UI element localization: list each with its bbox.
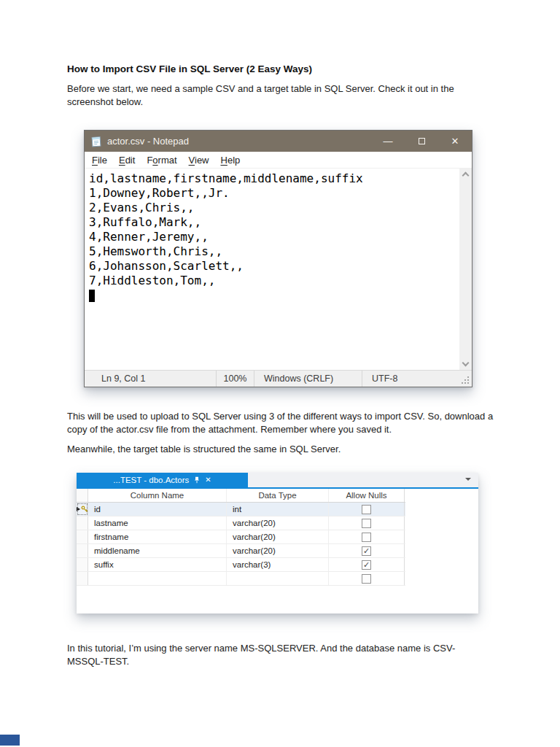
column-name-cell[interactable]: id bbox=[88, 503, 227, 516]
table-column-row: suffixvarchar(3)✓ bbox=[77, 558, 405, 572]
maximize-button[interactable] bbox=[405, 131, 438, 152]
scroll-down-icon[interactable] bbox=[462, 360, 470, 367]
csv-line: 7,Hiddleston,Tom,, bbox=[89, 274, 459, 288]
designer-header-row: Column NameData TypeAllow Nulls bbox=[77, 489, 405, 503]
csv-line: 3,Ruffalo,Mark,, bbox=[89, 215, 459, 230]
notepad-statusbar: Ln 9, Col 1 100% Windows (CRLF) UTF-8 bbox=[85, 370, 472, 387]
data-type-cell[interactable]: int bbox=[227, 503, 329, 516]
page-corner-marker bbox=[0, 735, 20, 746]
menu-item-edit[interactable]: Edit bbox=[113, 152, 141, 169]
notepad-menubar: FileEditFormatViewHelp bbox=[85, 152, 472, 169]
column-name-cell[interactable]: firstname bbox=[88, 530, 227, 543]
allow-nulls-cell: ✓ bbox=[329, 544, 405, 557]
row-header-cell[interactable] bbox=[77, 572, 88, 585]
paragraph-intro: Before we start, we need a sample CSV an… bbox=[67, 82, 480, 108]
column-header: Data Type bbox=[227, 489, 329, 502]
paragraph-upload: This will be used to upload to SQL Serve… bbox=[67, 410, 499, 436]
table-designer-window: ...TEST - dbo.Actors ✕ Column NameData T… bbox=[77, 473, 478, 614]
csv-line: 6,Johansson,Scarlett,, bbox=[89, 259, 459, 274]
notepad-window: actor.csv - Notepad — ✕ FileEditFormatVi… bbox=[84, 130, 472, 387]
row-header-cell[interactable] bbox=[77, 503, 88, 516]
vertical-scrollbar[interactable] bbox=[459, 169, 472, 370]
table-column-row: idint bbox=[77, 503, 405, 516]
data-type-cell[interactable]: varchar(20) bbox=[227, 530, 329, 543]
allow-nulls-cell bbox=[329, 572, 405, 585]
column-name-cell[interactable]: middlename bbox=[88, 544, 227, 557]
scroll-up-icon[interactable] bbox=[462, 172, 470, 179]
paragraph-server-name: In this tutorial, I’m using the server n… bbox=[67, 642, 490, 667]
row-header-cell bbox=[77, 489, 88, 502]
csv-line: 1,Downey,Robert,,Jr. bbox=[89, 186, 459, 201]
resize-grip-icon[interactable] bbox=[467, 382, 469, 384]
column-name-cell[interactable] bbox=[88, 572, 227, 585]
primary-key-icon bbox=[81, 506, 88, 513]
csv-text: id,lastname,firstname,middlename,suffix1… bbox=[85, 169, 459, 370]
allow-nulls-cell bbox=[329, 503, 405, 516]
status-cursor-position: Ln 9, Col 1 bbox=[85, 371, 216, 387]
allow-nulls-checkbox[interactable] bbox=[362, 574, 371, 584]
allow-nulls-checkbox[interactable] bbox=[362, 505, 371, 514]
notepad-edit-area[interactable]: id,lastname,firstname,middlename,suffix1… bbox=[85, 169, 472, 370]
column-name-cell[interactable]: suffix bbox=[88, 558, 227, 571]
csv-line: id,lastname,firstname,middlename,suffix bbox=[89, 171, 459, 186]
table-column-row: firstnamevarchar(20) bbox=[77, 530, 405, 544]
close-button[interactable]: ✕ bbox=[438, 131, 472, 152]
maximize-icon bbox=[419, 138, 425, 144]
columns-grid: Column NameData TypeAllow Nullsidintlast… bbox=[77, 489, 405, 586]
column-header: Allow Nulls bbox=[329, 489, 405, 502]
tab-overflow-icon[interactable] bbox=[465, 476, 472, 481]
column-name-cell[interactable]: lastname bbox=[88, 516, 227, 530]
table-column-row bbox=[77, 572, 405, 586]
menu-item-view[interactable]: View bbox=[183, 152, 215, 169]
allow-nulls-cell bbox=[329, 530, 405, 543]
allow-nulls-cell: ✓ bbox=[329, 558, 405, 571]
designer-tabstrip: ...TEST - dbo.Actors ✕ bbox=[77, 473, 478, 487]
row-selector-icon bbox=[77, 507, 80, 511]
designer-tab[interactable]: ...TEST - dbo.Actors ✕ bbox=[77, 473, 248, 487]
csv-line: 5,Hemsworth,Chris,, bbox=[89, 244, 459, 259]
csv-line: 4,Renner,Jeremy,, bbox=[89, 230, 459, 244]
status-encoding: UTF-8 bbox=[362, 371, 472, 387]
window-title: actor.csv - Notepad bbox=[107, 136, 371, 147]
table-column-row: middlenamevarchar(20)✓ bbox=[77, 544, 405, 558]
paragraph-meanwhile: Meanwhile, the target table is structure… bbox=[67, 443, 499, 456]
data-type-cell[interactable]: varchar(20) bbox=[227, 544, 329, 557]
csv-line bbox=[89, 288, 459, 303]
status-zoom-level: 100% bbox=[216, 371, 254, 387]
tab-close-icon[interactable]: ✕ bbox=[205, 476, 211, 484]
pin-icon[interactable] bbox=[194, 476, 200, 484]
menu-item-file[interactable]: File bbox=[86, 152, 113, 169]
text-cursor bbox=[89, 290, 95, 302]
notepad-titlebar: actor.csv - Notepad — ✕ bbox=[85, 131, 472, 152]
menu-item-format[interactable]: Format bbox=[141, 152, 182, 169]
row-header-cell[interactable] bbox=[77, 544, 88, 557]
status-line-ending: Windows (CRLF) bbox=[254, 371, 362, 387]
data-type-cell[interactable] bbox=[227, 572, 329, 585]
allow-nulls-checkbox[interactable] bbox=[362, 533, 371, 542]
row-header-cell[interactable] bbox=[77, 530, 88, 543]
tab-title: ...TEST - dbo.Actors bbox=[113, 476, 189, 484]
row-header-cell[interactable] bbox=[77, 516, 88, 530]
allow-nulls-cell bbox=[329, 516, 405, 530]
data-type-cell[interactable]: varchar(3) bbox=[227, 558, 329, 571]
minimize-button[interactable]: — bbox=[371, 131, 405, 152]
notepad-icon bbox=[90, 136, 102, 147]
menu-item-help[interactable]: Help bbox=[215, 152, 246, 169]
csv-line: 2,Evans,Chris,, bbox=[89, 201, 459, 215]
data-type-cell[interactable]: varchar(20) bbox=[227, 516, 329, 530]
column-header: Column Name bbox=[88, 489, 227, 502]
allow-nulls-checkbox[interactable]: ✓ bbox=[362, 546, 371, 556]
allow-nulls-checkbox[interactable] bbox=[362, 519, 371, 528]
document-page: How to Import CSV File in SQL Server (2 … bbox=[0, 0, 560, 747]
row-header-cell[interactable] bbox=[77, 558, 88, 571]
table-column-row: lastnamevarchar(20) bbox=[77, 516, 405, 530]
page-title: How to Import CSV File in SQL Server (2 … bbox=[67, 63, 312, 74]
allow-nulls-checkbox[interactable]: ✓ bbox=[362, 560, 371, 570]
